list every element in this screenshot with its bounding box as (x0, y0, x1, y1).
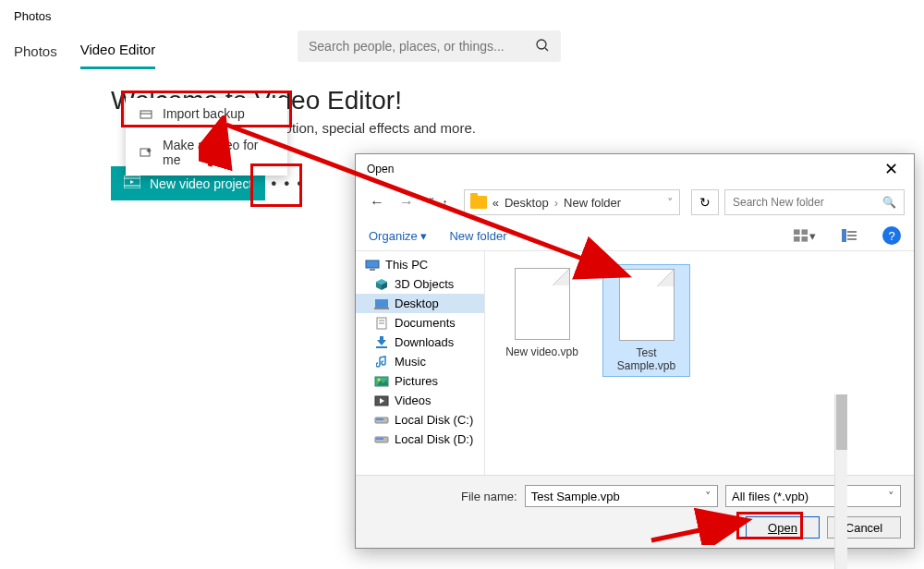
tab-video-editor[interactable]: Video Editor (80, 32, 155, 69)
disk-icon (374, 433, 389, 446)
svg-marker-32 (377, 336, 386, 345)
tree-downloads[interactable]: Downloads (356, 333, 484, 352)
context-menu: Import backup Make a video for me (126, 98, 287, 176)
dialog-search-input[interactable] (733, 196, 882, 209)
new-folder-button[interactable]: New folder (449, 229, 506, 243)
breadcrumb-prefix: « (492, 196, 499, 210)
breadcrumb-desktop[interactable]: Desktop (505, 196, 549, 210)
file-type-filter[interactable]: All files (*.vpb) ˅ (725, 485, 901, 507)
breadcrumb-newfolder[interactable]: New folder (564, 196, 621, 210)
chevron-right-icon: › (554, 196, 558, 210)
videos-icon (374, 394, 389, 407)
breadcrumb[interactable]: « Desktop › New folder ˅ (464, 189, 680, 215)
svg-rect-19 (847, 231, 857, 233)
chevron-down-icon[interactable]: ˅ (667, 196, 674, 210)
view-details-icon[interactable] (838, 226, 860, 245)
menu-make-video[interactable]: Make a video for me (126, 129, 287, 176)
svg-line-1 (545, 48, 548, 51)
file-name-value: Test Sample.vpb (531, 490, 620, 503)
desktop-icon (374, 297, 389, 310)
menu-import-label: Import backup (163, 106, 245, 121)
magic-icon (139, 145, 153, 160)
search-input[interactable] (309, 39, 535, 54)
dialog-nav: ← → ˅ ↑ « Desktop › New folder ˅ ↻ 🔍 (356, 184, 914, 221)
svg-rect-40 (376, 418, 383, 420)
menu-import-backup[interactable]: Import backup (126, 98, 287, 129)
tree-disk-d[interactable]: Local Disk (D:) (356, 430, 484, 449)
forward-button[interactable]: → (395, 194, 419, 211)
file-label: New video.vpb (502, 345, 582, 358)
tree-videos-label: Videos (395, 393, 432, 407)
file-new-video[interactable]: New video.vpb (498, 264, 586, 362)
search-icon (535, 38, 550, 55)
refresh-button[interactable]: ↻ (691, 189, 719, 215)
tree-scrollbar[interactable] (834, 394, 847, 569)
svg-rect-21 (847, 238, 857, 240)
svg-point-35 (378, 378, 381, 381)
documents-icon (374, 317, 389, 330)
close-button[interactable]: ✕ (880, 159, 903, 179)
tree-music[interactable]: Music (356, 352, 484, 371)
file-open-dialog: Open ✕ ← → ˅ ↑ « Desktop › New folder ˅ … (355, 153, 915, 549)
app-title: Photos (0, 0, 924, 32)
tree-downloads-label: Downloads (395, 335, 454, 349)
nav-tabs: Photos Video Editor (0, 32, 924, 69)
organize-button[interactable]: Organize ▾ (369, 229, 427, 243)
tree-this-pc-label: This PC (385, 258, 428, 272)
file-name-input[interactable]: Test Sample.vpb ˅ (525, 485, 718, 507)
file-icon (619, 269, 675, 341)
open-button[interactable]: Open (746, 516, 820, 539)
tree-documents[interactable]: Documents (356, 313, 484, 333)
tree-disk-c-label: Local Disk (C:) (395, 413, 473, 427)
tree-disk-d-label: Local Disk (D:) (395, 432, 473, 446)
view-thumbnails-icon[interactable]: ▾ (794, 226, 816, 245)
dialog-titlebar: Open ✕ (356, 154, 914, 184)
svg-rect-28 (374, 308, 389, 309)
svg-point-0 (537, 40, 546, 49)
filter-value: All files (*.vpb) (732, 490, 808, 503)
folder-icon (470, 196, 487, 209)
tree-desktop[interactable]: Desktop (356, 294, 484, 313)
svg-rect-18 (842, 229, 846, 242)
file-test-sample[interactable]: Test Sample.vpb (602, 264, 690, 377)
disk-icon (374, 414, 389, 427)
folder-tree[interactable]: This PC 3D Objects Desktop Documents Dow… (356, 251, 485, 475)
chevron-down-icon[interactable]: ˅ (705, 490, 711, 503)
tree-documents-label: Documents (395, 316, 456, 330)
tree-pictures[interactable]: Pictures (356, 371, 484, 391)
import-icon (139, 106, 153, 121)
svg-rect-23 (370, 269, 375, 271)
pictures-icon (374, 375, 389, 388)
svg-rect-17 (802, 236, 808, 242)
tree-3d-label: 3D Objects (395, 277, 454, 291)
file-icon (515, 268, 570, 340)
dialog-search[interactable]: 🔍 (724, 189, 905, 215)
file-list[interactable]: New video.vpb Test Sample.vpb (485, 251, 914, 475)
svg-rect-16 (794, 236, 800, 242)
svg-rect-14 (794, 229, 800, 235)
tree-3d-objects[interactable]: 3D Objects (356, 274, 484, 294)
svg-rect-22 (366, 260, 379, 268)
back-button[interactable]: ← (365, 194, 389, 211)
search-bar[interactable] (298, 30, 561, 62)
video-icon (124, 176, 140, 191)
svg-rect-42 (376, 438, 383, 440)
search-icon: 🔍 (882, 196, 896, 209)
chevron-down-icon[interactable]: ˅ (888, 490, 894, 503)
up-button[interactable]: ˅ ↑ (424, 196, 453, 210)
scroll-thumb[interactable] (836, 394, 847, 450)
dialog-body: This PC 3D Objects Desktop Documents Dow… (356, 251, 914, 475)
tree-desktop-label: Desktop (395, 297, 439, 310)
tree-pictures-label: Pictures (395, 374, 438, 388)
tree-videos[interactable]: Videos (356, 391, 484, 410)
tab-photos[interactable]: Photos (14, 34, 57, 68)
tree-music-label: Music (395, 355, 426, 369)
tree-this-pc[interactable]: This PC (356, 255, 484, 274)
svg-rect-20 (847, 235, 857, 236)
help-icon[interactable]: ? (882, 226, 901, 245)
svg-marker-8 (130, 180, 134, 184)
svg-rect-27 (375, 299, 388, 308)
dialog-footer: File name: Test Sample.vpb ˅ All files (… (356, 475, 914, 548)
tree-disk-c[interactable]: Local Disk (C:) (356, 410, 484, 430)
new-project-label: New video project (150, 176, 252, 191)
